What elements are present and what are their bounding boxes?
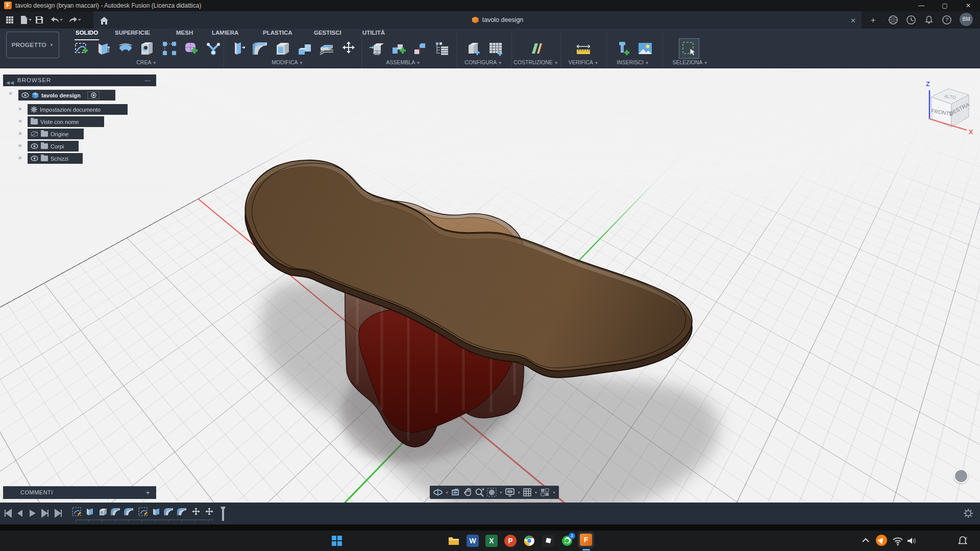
group-costruzione[interactable]: COSTRUZIONE ▼ — [513, 59, 558, 66]
offset-face-icon[interactable] — [318, 40, 335, 57]
word-icon[interactable]: W — [467, 535, 479, 547]
look-at-icon[interactable] — [451, 488, 461, 497]
group-crea[interactable]: CREA ▼ — [136, 59, 156, 66]
assistant-button[interactable] — [954, 469, 968, 483]
project-button[interactable]: PROGETTO▼ — [6, 32, 59, 58]
undo-icon[interactable] — [49, 14, 64, 26]
viewports-dropdown[interactable]: ▼ — [552, 491, 556, 494]
visibility-eye-icon[interactable] — [31, 156, 38, 161]
tab-superficie[interactable]: SUPERFICIE — [115, 30, 150, 39]
start-button[interactable] — [331, 535, 343, 547]
powerpoint-icon[interactable]: P — [504, 535, 517, 547]
visibility-eye-off-icon[interactable] — [31, 131, 38, 137]
group-modifica[interactable]: MODIFICA ▼ — [272, 59, 303, 66]
move-icon[interactable] — [340, 40, 357, 57]
close-button[interactable]: ✕ — [957, 0, 980, 11]
minimize-button[interactable]: — — [910, 0, 933, 11]
pan-icon[interactable] — [463, 488, 473, 497]
configure-icon[interactable] — [465, 40, 482, 57]
grid-dropdown[interactable]: ▼ — [534, 491, 538, 494]
display-settings-icon[interactable] — [505, 488, 515, 497]
timeline-playback[interactable] — [3, 506, 69, 521]
tab-gestisci[interactable]: GESTISCI — [314, 30, 341, 39]
construction-plane-icon[interactable] — [528, 40, 544, 57]
pattern-icon[interactable] — [161, 40, 178, 57]
redo-icon[interactable] — [67, 14, 83, 26]
roblox-icon[interactable] — [542, 535, 554, 547]
tab-solido[interactable]: SOLIDO — [76, 30, 98, 39]
orbit-icon[interactable] — [433, 488, 443, 497]
grid-settings-icon[interactable] — [523, 488, 532, 497]
as-built-joint-icon[interactable] — [412, 40, 429, 57]
create-form-icon[interactable] — [183, 40, 200, 57]
browser-header[interactable]: ◀◀BROWSER— — [3, 74, 156, 86]
new-document-icon[interactable]: + — [871, 14, 875, 27]
excel-icon[interactable]: X — [485, 535, 498, 547]
table-model[interactable] — [0, 68, 980, 503]
tab-lamiera[interactable]: LAMIERA — [212, 30, 238, 39]
tray-chevron-icon[interactable] — [862, 535, 870, 547]
select-icon[interactable] — [681, 40, 697, 57]
bom-icon[interactable] — [434, 40, 451, 57]
collapse-icon[interactable]: ◀◀ — [6, 77, 14, 89]
activate-component-radio[interactable] — [87, 91, 100, 99]
expand-root-icon[interactable]: » — [7, 92, 14, 95]
file-menu-icon[interactable] — [19, 14, 33, 26]
revolve-icon[interactable] — [117, 40, 134, 57]
browser-row-viste[interactable]: Viste con nome — [28, 116, 104, 127]
volume-icon[interactable] — [905, 535, 918, 547]
extensions-icon[interactable] — [888, 14, 898, 26]
browser-row-corpi[interactable]: Corpi — [28, 141, 79, 152]
orbit-dropdown[interactable]: ▼ — [445, 491, 449, 494]
fusion-taskbar-slot[interactable]: F — [578, 532, 594, 548]
measure-icon[interactable] — [575, 40, 592, 57]
viewport-3d[interactable]: ◀◀BROWSER— » tavolo deesign » Impostazio… — [0, 68, 980, 503]
browser-row-impostazioni[interactable]: Impostazioni documento — [28, 104, 128, 115]
maximize-button[interactable]: ▢ — [933, 0, 957, 11]
fit-icon[interactable] — [487, 488, 497, 497]
press-pull-icon[interactable] — [231, 40, 247, 57]
tab-plastica[interactable]: PLASTICA — [263, 30, 292, 39]
avast-icon[interactable] — [876, 535, 887, 546]
browser-row-schizzi[interactable]: Schizzi — [28, 153, 83, 164]
tab-mesh[interactable]: MESH — [176, 30, 193, 39]
group-configura[interactable]: CONFIGURA ▼ — [464, 59, 502, 66]
close-document-icon[interactable]: ✕ — [850, 14, 856, 27]
document-tab[interactable]: tavolo deesign — [449, 11, 546, 29]
insert-image-icon[interactable] — [637, 40, 653, 57]
fillet-icon[interactable] — [253, 40, 269, 57]
new-component-icon[interactable] — [369, 40, 385, 57]
expand-icon[interactable]: » — [18, 117, 22, 124]
extrude-icon[interactable] — [95, 40, 112, 57]
notifications-bell-icon[interactable] — [924, 14, 934, 26]
add-comment-button[interactable]: + — [146, 489, 150, 496]
viewports-icon[interactable] — [540, 488, 550, 497]
whatsapp-icon[interactable]: 3 — [561, 535, 573, 547]
view-cube[interactable]: ALTO FRONTE DESTRA Z X — [914, 71, 980, 140]
fit-dropdown[interactable]: ▼ — [499, 491, 503, 494]
create-sketch-icon[interactable] — [74, 40, 90, 57]
browser-row-root[interactable]: tavolo deesign — [18, 90, 115, 101]
joint-icon[interactable] — [390, 40, 407, 57]
home-icon[interactable] — [99, 15, 109, 27]
visibility-eye-icon[interactable] — [31, 143, 38, 149]
combine-icon[interactable] — [297, 40, 313, 57]
file-explorer-icon[interactable] — [448, 535, 460, 547]
visibility-eye-icon[interactable] — [21, 92, 29, 98]
job-status-icon[interactable] — [906, 14, 916, 26]
insert-fastener-icon[interactable] — [615, 40, 631, 57]
timeline-marker[interactable] — [220, 507, 226, 521]
timeline-settings-gear-icon[interactable] — [963, 508, 974, 519]
comments-bar[interactable]: COMMENTI+ — [3, 486, 156, 499]
chrome-icon[interactable] — [523, 535, 535, 547]
wifi-icon[interactable] — [892, 535, 904, 547]
tab-utilita[interactable]: UTILITÀ — [362, 30, 385, 39]
zoom-icon[interactable] — [475, 488, 485, 497]
help-icon[interactable]: ? — [942, 14, 952, 26]
avatar[interactable]: BM — [960, 13, 973, 26]
generative-icon[interactable] — [205, 40, 222, 57]
app-grid-icon[interactable] — [5, 14, 14, 26]
notification-bell-icon[interactable]: z — [957, 535, 969, 547]
browser-row-origine[interactable]: Origine — [28, 129, 84, 139]
config-table-icon[interactable] — [487, 40, 504, 57]
